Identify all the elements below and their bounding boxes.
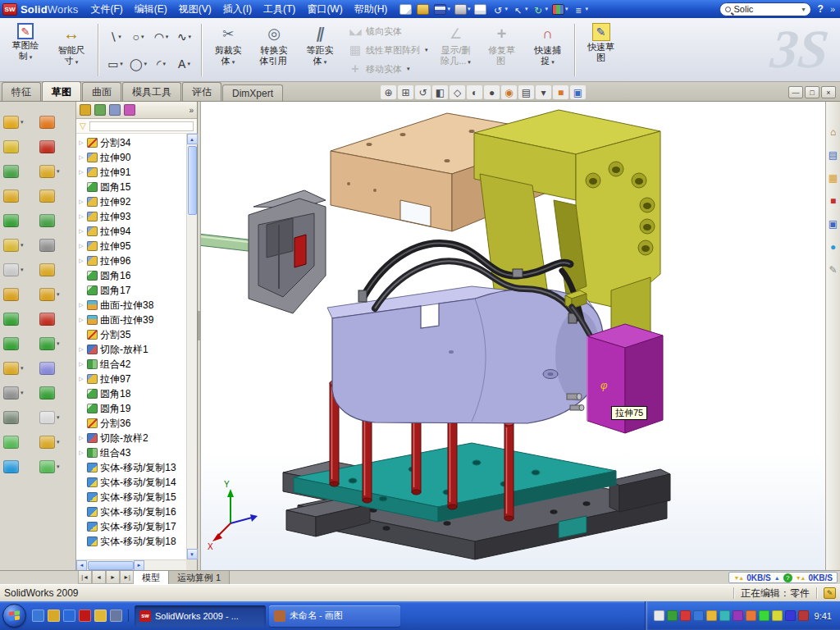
undo-icon[interactable]: ▾ — [490, 3, 509, 16]
open-icon[interactable] — [415, 3, 431, 16]
taskbar-clock[interactable]: 9:41 — [815, 611, 832, 621]
mold-tool-button[interactable] — [39, 263, 70, 276]
previous-view-icon[interactable]: ↺ — [415, 85, 431, 99]
help-button[interactable]: ? — [818, 3, 824, 15]
options-icon[interactable]: ▾ — [570, 3, 590, 16]
tray-icon[interactable] — [733, 610, 743, 621]
mold-tool-button[interactable]: ▾ — [3, 362, 34, 375]
mold-tool-button[interactable]: ▾ — [3, 263, 34, 276]
toolbar-button[interactable]: 智能尺 寸▾ — [49, 21, 94, 80]
rapid-sketch-button[interactable]: 快速草 图 — [579, 21, 623, 80]
task-solidworks[interactable]: sw SolidWorks 2009 - ... — [135, 605, 266, 627]
expander-icon[interactable]: ▷ — [78, 435, 84, 441]
toolbar-button[interactable]: 剪裁实 体▾ — [206, 21, 250, 80]
feature-tree-item[interactable]: ▷ 曲面-拉伸38 — [78, 298, 185, 313]
model-canvas[interactable]: φ Y X — [201, 102, 825, 570]
feature-tree-item[interactable]: ▷ 拉伸97 — [78, 372, 185, 386]
expander-icon[interactable]: ▷ — [78, 317, 84, 323]
search-input[interactable]: Solic — [734, 4, 799, 14]
sketch-text-icon[interactable]: A▾ — [173, 51, 195, 77]
print-icon[interactable]: ▾ — [453, 3, 472, 16]
mold-tool-button[interactable] — [3, 288, 34, 301]
expander-icon[interactable]: ▷ — [78, 213, 84, 220]
commandmanager-tab[interactable]: 草图 — [42, 81, 81, 101]
tray-icon[interactable] — [772, 610, 783, 621]
feature-tree-item[interactable]: 圆角19 — [78, 401, 185, 416]
custom-properties-icon[interactable]: ✎ — [829, 264, 837, 276]
start-button[interactable] — [2, 604, 26, 628]
view-orientation-icon[interactable]: ◇ — [450, 85, 465, 99]
tray-icon[interactable] — [680, 610, 691, 621]
zoom-fit-icon[interactable]: ⊕ — [381, 85, 396, 99]
feature-tree-item[interactable]: ▷ 分割34 — [78, 135, 185, 150]
feature-tree-item[interactable]: 圆角18 — [78, 386, 185, 401]
mold-tool-button[interactable]: ▾ — [3, 386, 34, 399]
feature-tree-item[interactable]: 实体-移动/复制16 — [78, 504, 185, 519]
mold-tool-button[interactable] — [39, 313, 70, 326]
mold-tool-button[interactable] — [39, 214, 70, 227]
arc-icon[interactable]: ◠▾ — [150, 24, 172, 50]
expander-icon[interactable]: ▷ — [78, 139, 84, 146]
graphics-area[interactable]: φ Y X 拉伸75 — [201, 102, 825, 570]
toolbar-button[interactable]: 转换实 体引用 — [252, 21, 296, 80]
search-box[interactable]: Solic ▾ — [719, 2, 811, 16]
minimize-button[interactable]: — — [788, 86, 803, 98]
menu-item[interactable]: 工具(T) — [258, 0, 301, 19]
menu-item[interactable]: 帮助(H) — [349, 0, 394, 19]
commandmanager-tab[interactable]: 评估 — [182, 82, 221, 101]
section-view-icon[interactable]: ◧ — [432, 85, 448, 99]
mold-tool-button[interactable]: ▾ — [39, 288, 70, 301]
feature-tree-item[interactable]: ▷ 曲面-拉伸39 — [78, 313, 185, 327]
feature-tree-item[interactable]: ▷ 拉伸95 — [78, 239, 185, 253]
rebuild-icon[interactable]: ▾ — [530, 3, 550, 16]
new-document-icon[interactable] — [398, 3, 414, 16]
search-dropdown-icon[interactable]: ▾ — [802, 6, 806, 13]
tray-icon[interactable] — [667, 610, 678, 621]
mold-tool-button[interactable]: ▾ — [39, 337, 70, 350]
tray-icon[interactable] — [785, 610, 796, 621]
scroll-left-icon[interactable]: ◄ — [76, 560, 87, 571]
expander-icon[interactable]: ▷ — [78, 450, 84, 456]
toolbar-button[interactable]: 线性草图阵列 ▾ — [345, 41, 431, 59]
mold-tool-button[interactable] — [3, 313, 34, 326]
model-tab[interactable]: 运动算例 1 — [169, 571, 230, 584]
feature-tree-item[interactable]: ▷ 组合43 — [78, 445, 185, 460]
expander-icon[interactable]: ▷ — [78, 228, 84, 235]
mold-tool-button[interactable] — [3, 140, 34, 153]
commandmanager-tab[interactable]: 曲面 — [82, 82, 121, 101]
feature-tree-item[interactable]: 实体-移动/复制14 — [78, 475, 185, 490]
feature-tree-item[interactable]: ▷ 拉伸94 — [78, 224, 185, 239]
mold-tool-button[interactable]: ▾ — [39, 411, 70, 424]
toolbar-button[interactable]: 修复草 图 — [480, 21, 524, 80]
tray-icon[interactable] — [759, 610, 769, 621]
print-preview-icon[interactable] — [472, 3, 489, 16]
commandmanager-tab[interactable]: DimXpert — [222, 84, 283, 101]
tray-icon[interactable] — [654, 610, 664, 621]
mold-tool-button[interactable]: ▾ — [39, 165, 70, 178]
sheet-icon[interactable]: ▣ — [570, 85, 586, 99]
mold-tool-button[interactable] — [3, 337, 34, 350]
expander-icon[interactable]: ▷ — [78, 199, 84, 205]
toolbar-button[interactable]: 草图绘 制▾ — [3, 21, 48, 80]
splitter-handle[interactable] — [198, 311, 200, 340]
menu-item[interactable]: 插入(I) — [217, 0, 258, 19]
tree-vertical-scrollbar[interactable]: ▲ ▼ — [186, 134, 197, 559]
expander-icon[interactable]: ▷ — [78, 169, 84, 176]
scroll-down-icon[interactable]: ▼ — [187, 549, 198, 559]
scroll-up-icon[interactable]: ▲ — [187, 134, 198, 144]
tray-icon[interactable] — [719, 610, 730, 621]
scrollbar-thumb[interactable] — [188, 146, 197, 215]
configurationmanager-tab-icon[interactable] — [109, 104, 121, 116]
solidworks-quicklaunch-icon[interactable] — [79, 609, 91, 622]
prev-tab-button[interactable]: ◄ — [92, 571, 106, 584]
toolbar-button[interactable]: 镜向实体 — [345, 22, 431, 40]
mold-tool-button[interactable] — [3, 460, 34, 473]
commandmanager-tab[interactable]: 模具工具 — [122, 82, 181, 101]
feature-tree-item[interactable]: ▷ 拉伸91 — [78, 165, 185, 180]
feature-tree-item[interactable]: ▷ 拉伸90 — [78, 150, 185, 165]
spline-icon[interactable]: ∿▾ — [173, 24, 195, 50]
utility-icon[interactable] — [110, 609, 122, 622]
toolbar-button[interactable]: 显示/删 除几...▾ — [434, 21, 478, 80]
expander-icon[interactable]: ▷ — [78, 376, 84, 382]
expander-icon[interactable]: ▷ — [78, 243, 84, 249]
